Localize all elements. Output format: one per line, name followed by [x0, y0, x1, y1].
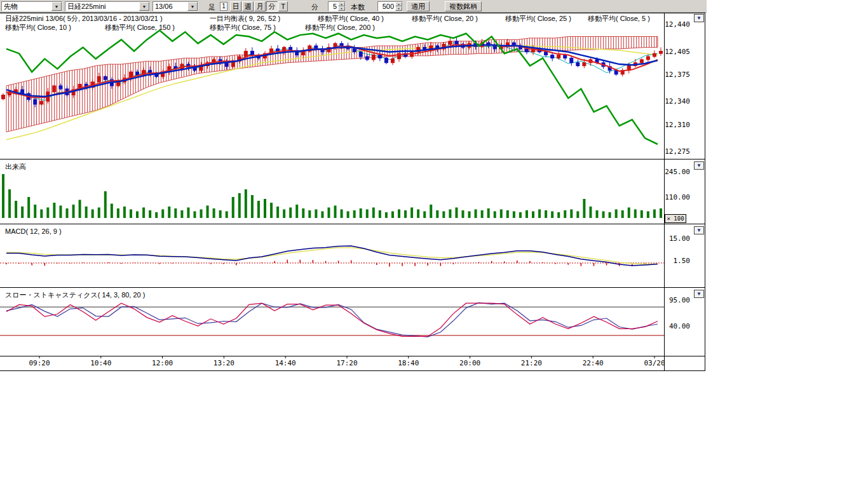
minutes-value: 5 [329, 2, 338, 11]
candle-body [59, 86, 62, 89]
volume-bar [155, 212, 158, 218]
volume-bar [8, 189, 11, 218]
x-axis-label: 12:00 [152, 359, 173, 367]
volume-bar [557, 212, 560, 218]
candle-body [365, 57, 369, 60]
period-minute-button[interactable]: 分 [266, 1, 278, 11]
symbol-value: 日経225mini [65, 2, 139, 11]
chevron-down-icon[interactable]: ▼ [395, 6, 402, 11]
candle-body [455, 41, 458, 44]
candle-body [557, 55, 560, 58]
volume-bar [327, 208, 330, 219]
chevron-down-icon[interactable]: ▼ [139, 2, 149, 11]
price-legend-item: 移動平均( Close, 10 ) [5, 24, 71, 31]
stoch-k-line [6, 303, 658, 336]
multi-symbol-button[interactable]: 複数銘柄 [445, 1, 482, 11]
apply-button[interactable]: 適用 [407, 1, 430, 11]
axis-tick-label: 1.50 [674, 257, 691, 265]
volume-bar [161, 210, 164, 219]
axis-tick-label: 245.00 [665, 168, 690, 176]
chart-canvas: 12,44012,40512,37512,34012,31012,275245.… [0, 13, 707, 371]
volume-bar [85, 207, 88, 218]
period-week-button[interactable]: 週 [242, 1, 254, 11]
volume-bar [379, 210, 381, 218]
volume-bar [532, 212, 534, 219]
candle-body [545, 52, 548, 55]
x-axis-label: 21:20 [521, 359, 542, 367]
x-axis-label: 03/20 [644, 359, 665, 367]
minutes-stepper[interactable]: 5 ▲▼ [328, 1, 346, 11]
volume-bar [98, 208, 100, 219]
volume-bar [59, 206, 62, 219]
stoch-panel-title: スロー・ストキャスティクス( 14, 3, 80, 20 ) [5, 291, 145, 299]
chevron-down-icon[interactable]: ▼ [51, 2, 62, 11]
volume-bar [257, 201, 260, 218]
volume-bar [417, 210, 419, 219]
contract-month-select[interactable]: 13/06 ▼ [153, 1, 198, 11]
volume-bar [519, 212, 522, 218]
volume-bar [200, 210, 203, 219]
axis-tick-label: 12,310 [665, 121, 690, 129]
candle-body [564, 55, 567, 58]
axis-tick-label: 12,340 [665, 97, 690, 105]
price-legend-item: 日経225mini 13/06( 5分, 2013/03/16 - 2013/0… [5, 15, 163, 22]
volume-bar [123, 207, 126, 218]
macd-panel-title: MACD( 12, 26, 9 ) [5, 227, 62, 235]
stoch-d-line [6, 302, 658, 337]
candle-body [583, 63, 586, 66]
volume-bar [570, 210, 573, 219]
instrument-type-select[interactable]: 先物 ▼ [1, 1, 62, 11]
bar-count-box[interactable]: 1 [220, 2, 227, 11]
volume-bar [92, 210, 94, 219]
volume-bar [302, 208, 304, 218]
volume-bar [385, 212, 388, 218]
candle-body [340, 43, 343, 46]
volume-bar [398, 210, 400, 219]
chevron-up-icon[interactable]: ▲ [338, 2, 345, 6]
chevron-up-icon[interactable]: ▲ [395, 2, 402, 6]
period-day-button[interactable]: 日 [230, 1, 241, 11]
volume-bar [168, 207, 170, 218]
symbol-select[interactable]: 日経225mini ▼ [65, 1, 150, 11]
volume-bar [545, 210, 547, 218]
volume-bar [79, 200, 81, 219]
x-axis-label: 13:20 [214, 359, 234, 367]
volume-bar [526, 210, 528, 218]
price-legend-item: 移動平均( Close, 5 ) [588, 15, 650, 22]
period-tick-button[interactable]: T [278, 1, 288, 11]
x-axis-label: 18:40 [398, 359, 419, 367]
stepper-arrows[interactable]: ▲▼ [338, 2, 345, 11]
chevron-down-icon[interactable]: ▼ [338, 6, 345, 11]
candle-body [653, 53, 656, 57]
axis-tick-label: 12,275 [665, 147, 690, 156]
candle-body [244, 51, 247, 57]
stepper-arrows[interactable]: ▲▼ [395, 2, 402, 11]
candle-body [353, 49, 356, 52]
volume-bar [538, 210, 541, 219]
volume-bar [461, 210, 464, 218]
volume-bar [468, 212, 471, 219]
price-legend-item: 移動平均( Close, 25 ) [505, 15, 571, 22]
volume-bar [187, 208, 189, 219]
period-month-button[interactable]: 月 [254, 1, 266, 11]
bars-count-label: 本数 [351, 3, 365, 12]
chart-widget: 先物 ▼ 日経225mini ▼ 13/06 ▼ 足 1 日 週 月 分 T 分… [0, 0, 707, 371]
volume-bar [615, 210, 618, 219]
volume-multiplier-badge: × 100 [665, 214, 686, 223]
macd-panel-dropdown-button[interactable]: ▼ [694, 226, 704, 234]
x-axis-label: 09:20 [29, 359, 50, 367]
volume-bar [391, 212, 394, 219]
chart-toolbar: 先物 ▼ 日経225mini ▼ 13/06 ▼ 足 1 日 週 月 分 T 分… [0, 0, 707, 13]
volume-bar [213, 208, 215, 218]
volume-bar [609, 212, 611, 218]
bars-count-stepper[interactable]: 500 ▲▼ [377, 1, 403, 11]
price-panel-dropdown-button[interactable]: ▼ [694, 14, 704, 22]
volume-bar [436, 210, 438, 218]
candle-body [493, 46, 496, 49]
bars-count-value: 500 [378, 2, 395, 11]
volume-panel-dropdown-button[interactable]: ▼ [694, 161, 704, 170]
stoch-panel-dropdown-button[interactable]: ▼ [694, 290, 704, 298]
volume-bar [455, 208, 458, 219]
chevron-down-icon[interactable]: ▼ [187, 2, 198, 11]
volume-bar [564, 210, 566, 218]
